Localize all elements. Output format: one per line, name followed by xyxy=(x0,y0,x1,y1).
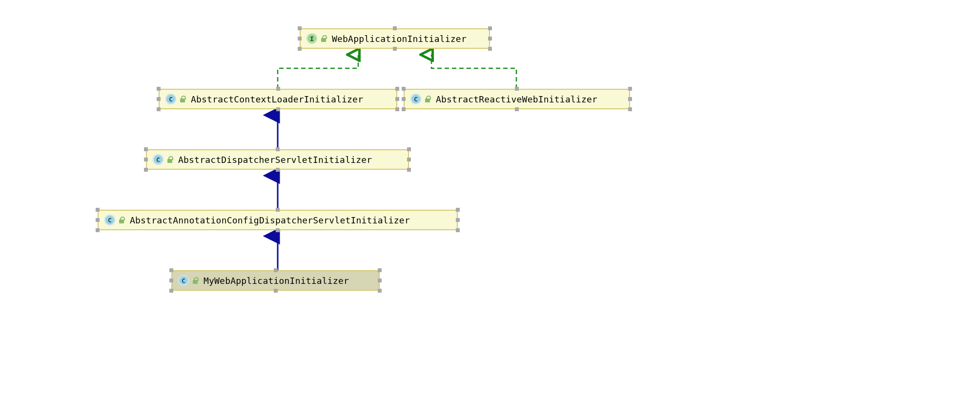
class-icon: C xyxy=(178,275,189,286)
selection-handle[interactable] xyxy=(402,107,406,111)
selection-handle[interactable] xyxy=(169,279,173,282)
selection-handle[interactable] xyxy=(144,168,148,172)
selection-handle[interactable] xyxy=(393,26,397,30)
selection-handle[interactable] xyxy=(395,97,399,101)
interface-icon: I xyxy=(306,33,317,44)
edge-implements xyxy=(431,55,516,89)
selection-handle[interactable] xyxy=(169,289,173,293)
class-node[interactable]: C AbstractReactiveWebInitializer xyxy=(404,89,630,109)
lock-icon xyxy=(118,217,125,223)
selection-handle[interactable] xyxy=(157,97,161,101)
selection-handle[interactable] xyxy=(488,37,492,40)
selection-handle[interactable] xyxy=(276,208,280,212)
selection-handle[interactable] xyxy=(456,208,460,212)
class-icon: C xyxy=(153,154,163,165)
class-node-selected[interactable]: C MyWebApplicationInitializer xyxy=(171,270,380,291)
class-node[interactable]: C AbstractAnnotationConfigDispatcherServ… xyxy=(98,210,458,230)
class-name: WebApplicationInitializer xyxy=(332,34,467,44)
class-icon: C xyxy=(165,94,176,104)
selection-handle[interactable] xyxy=(456,218,460,222)
selection-handle[interactable] xyxy=(298,47,302,51)
selection-handle[interactable] xyxy=(96,208,100,212)
lock-icon xyxy=(424,96,431,102)
selection-handle[interactable] xyxy=(378,268,382,272)
selection-handle[interactable] xyxy=(169,268,173,272)
selection-handle[interactable] xyxy=(276,147,280,151)
class-node-interface[interactable]: I WebApplicationInitializer xyxy=(300,28,490,49)
class-icon: C xyxy=(104,215,115,225)
selection-handle[interactable] xyxy=(456,228,460,232)
selection-handle[interactable] xyxy=(157,107,161,111)
selection-handle[interactable] xyxy=(276,107,280,111)
selection-handle[interactable] xyxy=(395,87,399,91)
selection-handle[interactable] xyxy=(274,268,278,272)
selection-handle[interactable] xyxy=(407,158,411,161)
selection-handle[interactable] xyxy=(402,87,406,91)
selection-handle[interactable] xyxy=(628,97,632,101)
selection-handle[interactable] xyxy=(144,158,148,161)
selection-handle[interactable] xyxy=(402,97,406,101)
selection-handle[interactable] xyxy=(628,87,632,91)
lock-icon xyxy=(320,35,327,42)
selection-handle[interactable] xyxy=(157,87,161,91)
class-name: AbstractAnnotationConfigDispatcherServle… xyxy=(130,215,410,225)
class-name: MyWebApplicationInitializer xyxy=(204,276,349,286)
selection-handle[interactable] xyxy=(298,26,302,30)
edges-layer xyxy=(0,0,980,399)
selection-handle[interactable] xyxy=(276,228,280,232)
selection-handle[interactable] xyxy=(144,147,148,151)
class-node[interactable]: C AbstractDispatcherServletInitializer xyxy=(146,149,409,170)
lock-icon xyxy=(192,277,199,284)
lock-icon xyxy=(179,96,186,102)
selection-handle[interactable] xyxy=(393,47,397,51)
class-diagram: I WebApplicationInitializer C AbstractCo… xyxy=(0,0,980,399)
lock-icon xyxy=(166,156,173,163)
edge-implements xyxy=(278,55,358,89)
selection-handle[interactable] xyxy=(407,168,411,172)
selection-handle[interactable] xyxy=(274,289,278,293)
selection-handle[interactable] xyxy=(96,218,100,222)
selection-handle[interactable] xyxy=(378,279,382,282)
selection-handle[interactable] xyxy=(488,47,492,51)
selection-handle[interactable] xyxy=(96,228,100,232)
selection-handle[interactable] xyxy=(407,147,411,151)
selection-handle[interactable] xyxy=(298,37,302,40)
selection-handle[interactable] xyxy=(488,26,492,30)
class-icon: C xyxy=(410,94,421,104)
class-name: AbstractDispatcherServletInitializer xyxy=(178,155,372,165)
selection-handle[interactable] xyxy=(628,107,632,111)
selection-handle[interactable] xyxy=(276,87,280,91)
class-node[interactable]: C AbstractContextLoaderInitializer xyxy=(159,89,397,109)
class-name: AbstractContextLoaderInitializer xyxy=(191,94,363,104)
class-name: AbstractReactiveWebInitializer xyxy=(436,94,597,104)
selection-handle[interactable] xyxy=(515,107,519,111)
selection-handle[interactable] xyxy=(378,289,382,293)
selection-handle[interactable] xyxy=(276,168,280,172)
selection-handle[interactable] xyxy=(395,107,399,111)
selection-handle[interactable] xyxy=(515,87,519,91)
